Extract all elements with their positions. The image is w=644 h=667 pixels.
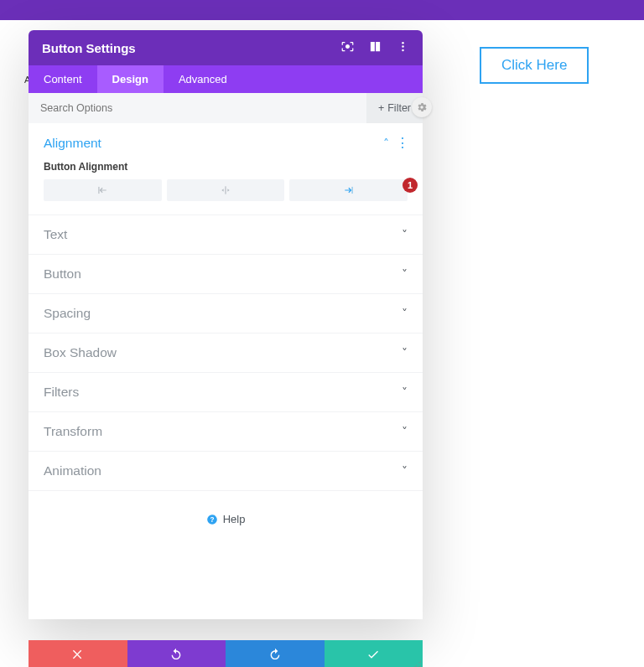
expand-icon[interactable] <box>341 40 354 56</box>
save-button[interactable] <box>325 640 423 667</box>
help-link[interactable]: ? Help <box>29 491 423 619</box>
chevron-down-icon: ˅ <box>402 267 408 281</box>
chevron-down-icon: ˅ <box>402 228 408 241</box>
svg-point-2 <box>402 49 404 51</box>
sections-list: Alignment ˄ ⋮ Button Alignment 1 Text ˅ <box>29 123 423 619</box>
settings-modal: Button Settings Content Design Advanced … <box>29 30 423 619</box>
plus-icon: + <box>378 102 384 114</box>
align-center-button[interactable] <box>167 179 285 201</box>
columns-icon[interactable] <box>369 40 382 56</box>
redo-button[interactable] <box>226 640 325 667</box>
section-box-shadow[interactable]: Box Shadow ˅ <box>29 334 423 373</box>
tab-design[interactable]: Design <box>97 65 164 93</box>
section-label: Alignment <box>44 136 383 151</box>
undo-button[interactable] <box>127 640 226 667</box>
chevron-down-icon: ˅ <box>402 385 408 399</box>
section-button[interactable]: Button ˅ <box>29 255 423 294</box>
chevron-down-icon: ˅ <box>402 346 408 359</box>
section-label: Animation <box>44 463 402 478</box>
help-icon: ? <box>206 514 218 525</box>
modal-title: Button Settings <box>42 41 341 55</box>
section-kebab-icon[interactable]: ⋮ <box>396 135 408 151</box>
check-icon <box>366 648 380 661</box>
svg-rect-3 <box>99 187 100 194</box>
chevron-up-icon: ˄ <box>383 137 389 150</box>
section-text[interactable]: Text ˅ <box>29 215 423 255</box>
hint-badge: 1 <box>402 178 418 193</box>
alignment-options <box>44 179 408 201</box>
preview-area: Click Here <box>460 20 644 111</box>
modal-footer <box>29 640 423 667</box>
help-label: Help <box>223 513 246 525</box>
section-spacing[interactable]: Spacing ˅ <box>29 294 423 334</box>
section-alignment[interactable]: Alignment ˄ ⋮ <box>29 123 423 156</box>
modal-tabs: Content Design Advanced <box>29 65 423 93</box>
close-icon <box>71 648 85 661</box>
section-filters[interactable]: Filters ˅ <box>29 373 423 412</box>
alignment-field-label: Button Alignment <box>44 161 408 173</box>
kebab-icon[interactable] <box>397 40 409 56</box>
section-transform[interactable]: Transform ˅ <box>29 412 423 452</box>
filter-label: Filter <box>387 102 411 114</box>
chevron-down-icon: ˅ <box>402 464 408 478</box>
gear-icon[interactable] <box>412 97 432 117</box>
resize-handle-icon[interactable] <box>411 657 421 667</box>
modal-header: Button Settings <box>29 30 423 65</box>
section-label: Filters <box>44 385 402 400</box>
svg-text:?: ? <box>210 515 214 523</box>
top-bar <box>0 0 644 20</box>
section-label: Box Shadow <box>44 345 402 360</box>
alignment-body: Button Alignment 1 <box>29 156 423 215</box>
svg-point-1 <box>402 45 404 48</box>
redo-icon <box>268 648 282 661</box>
cancel-button[interactable] <box>29 640 127 667</box>
search-row: + Filter <box>29 93 423 123</box>
search-input[interactable] <box>29 102 366 114</box>
section-animation[interactable]: Animation ˅ <box>29 452 423 491</box>
align-left-button[interactable] <box>44 179 162 201</box>
tab-advanced[interactable]: Advanced <box>164 65 242 93</box>
svg-rect-5 <box>351 187 352 194</box>
svg-rect-4 <box>225 186 226 194</box>
chevron-down-icon: ˅ <box>402 425 408 438</box>
undo-icon <box>169 648 183 661</box>
chevron-down-icon: ˅ <box>402 307 408 320</box>
preview-cta-button[interactable]: Click Here <box>480 47 589 84</box>
section-label: Transform <box>44 424 402 439</box>
align-right-button[interactable] <box>289 179 408 201</box>
section-label: Spacing <box>44 306 402 321</box>
section-label: Text <box>44 227 402 242</box>
section-label: Button <box>44 266 402 282</box>
svg-point-0 <box>402 41 404 44</box>
tab-content[interactable]: Content <box>29 65 97 93</box>
